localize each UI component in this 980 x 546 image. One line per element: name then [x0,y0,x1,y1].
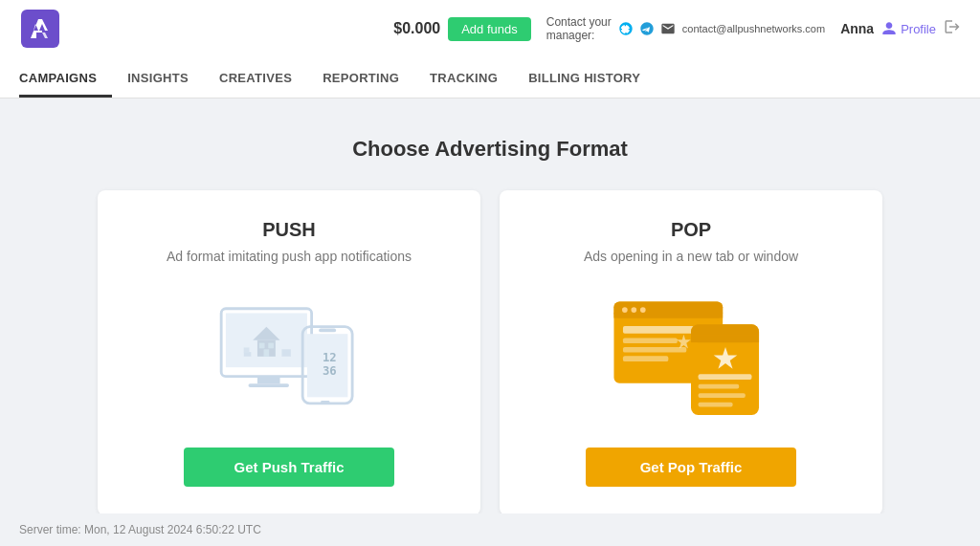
svg-rect-21 [613,313,723,318]
contact-icons [617,20,677,37]
nav-insights[interactable]: INSIGHTS [112,61,204,98]
profile-icon [881,21,897,36]
svg-rect-12 [281,349,290,357]
nav-tracking[interactable]: TRACKING [414,61,513,98]
svg-rect-0 [21,10,59,48]
svg-rect-25 [623,326,696,334]
footer: Server time: Mon, 12 August 2024 6:50:22… [0,513,980,546]
page-title: Choose Advertising Format [352,137,628,162]
contact-label: Contact your manager: [546,15,612,42]
get-push-traffic-button[interactable]: Get Push Traffic [184,448,394,487]
main-content: Choose Advertising Format PUSH Ad format… [0,98,980,535]
profile-link[interactable]: Profile [881,21,936,36]
svg-rect-34 [699,374,752,380]
telegram-icon[interactable] [638,20,656,37]
contact-email: contact@allpushnetworks.com [682,23,825,34]
contact-area: Contact your manager: contact@allpushnet… [546,15,825,42]
svg-point-24 [640,307,646,313]
balance-amount: $0.000 [393,20,440,37]
svg-rect-27 [623,347,686,353]
nav-billing-history[interactable]: BILLING HISTORY [513,61,656,98]
skype-icon[interactable] [617,20,635,37]
svg-rect-35 [699,384,740,389]
push-card: PUSH Ad format imitating push app notifi… [98,190,480,515]
get-pop-traffic-button[interactable]: Get Pop Traffic [586,448,796,487]
email-icon[interactable] [659,20,677,37]
header: $0.000 Add funds Contact your manager: c… [0,0,980,98]
cards-container: PUSH Ad format imitating push app notifi… [98,190,882,515]
logout-icon[interactable] [944,18,961,39]
svg-rect-26 [623,338,678,343]
svg-rect-3 [257,377,280,384]
svg-rect-28 [623,356,668,361]
header-top: $0.000 Add funds Contact your manager: c… [19,0,961,57]
push-card-description: Ad format imitating push app notificatio… [167,249,412,264]
pop-card-description: Ads opening in a new tab or window [584,249,798,264]
svg-rect-15 [319,329,336,333]
svg-rect-36 [699,393,746,398]
svg-text:12: 12 [323,351,337,364]
svg-point-23 [631,307,636,313]
svg-rect-8 [268,343,274,349]
svg-rect-37 [699,403,733,407]
nav-creatives[interactable]: CREATIVES [204,61,307,98]
pop-card: POP Ads opening in a new tab or window [500,190,882,515]
svg-rect-4 [249,383,290,387]
nav-campaigns[interactable]: CAMPAIGNS [19,61,112,98]
pop-card-title: POP [671,219,711,241]
svg-point-22 [622,307,628,313]
svg-rect-32 [691,336,759,343]
add-funds-button[interactable]: Add funds [448,17,531,41]
svg-rect-10 [244,352,252,357]
balance-area: $0.000 Add funds [393,17,530,41]
logo[interactable] [19,8,61,50]
nav-reporting[interactable]: REPORTING [307,61,414,98]
user-area: Anna Profile [840,18,961,39]
svg-rect-7 [259,343,265,349]
nav: CAMPAIGNS INSIGHTS CREATIVES REPORTING T… [19,57,961,98]
push-card-title: PUSH [262,219,316,241]
pop-illustration [605,287,777,421]
svg-rect-11 [244,347,250,352]
user-name: Anna [840,21,874,36]
svg-rect-9 [264,349,270,357]
svg-rect-16 [321,401,329,404]
svg-text:36: 36 [323,364,337,378]
push-illustration: 12 36 [203,287,375,421]
server-time: Server time: Mon, 12 August 2024 6:50:22… [19,523,261,536]
